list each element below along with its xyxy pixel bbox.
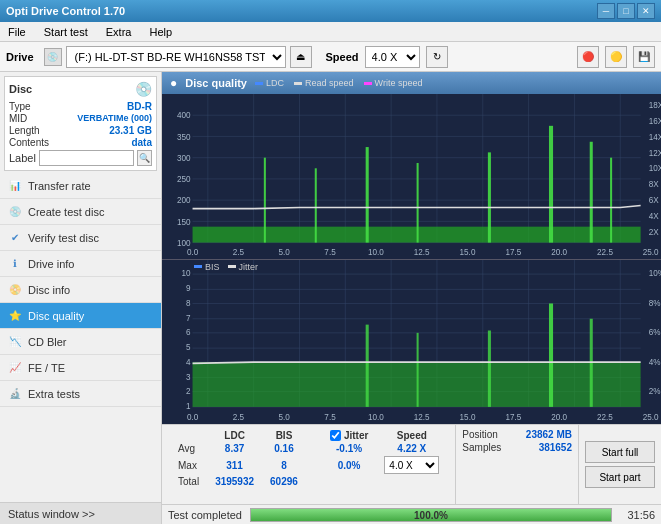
status-window-btn[interactable]: Status window >>: [0, 502, 161, 524]
svg-text:10%: 10%: [649, 267, 661, 278]
svg-text:12.5: 12.5: [414, 411, 430, 422]
eject-btn[interactable]: ⏏: [290, 46, 312, 68]
svg-text:10: 10: [181, 267, 190, 278]
svg-text:2.5: 2.5: [233, 411, 244, 422]
nav-extra-tests[interactable]: 🔬 Extra tests: [0, 381, 161, 407]
fe-te-label: FE / TE: [28, 362, 65, 374]
nav-disc-quality[interactable]: ⭐ Disc quality: [0, 303, 161, 329]
start-part-btn[interactable]: Start part: [585, 466, 655, 488]
toolbar: Drive 💿 (F:) HL-DT-ST BD-RE WH16NS58 TST…: [0, 42, 661, 72]
nav-cd-bler[interactable]: 📉 CD Bler: [0, 329, 161, 355]
svg-rect-35: [264, 158, 266, 243]
svg-text:150: 150: [177, 216, 191, 226]
label-input[interactable]: [39, 150, 134, 166]
disc-section-icon: 💿: [135, 81, 152, 97]
refresh-btn[interactable]: ↻: [426, 46, 448, 68]
svg-text:4X: 4X: [649, 211, 659, 221]
title-controls: ─ □ ✕: [597, 3, 655, 19]
samples-val: 381652: [539, 442, 572, 453]
svg-text:8X: 8X: [649, 179, 659, 189]
svg-rect-93: [417, 332, 419, 406]
mid-value: VERBATIMe (000): [77, 113, 152, 124]
svg-text:14X: 14X: [649, 131, 661, 141]
legend-jitter-color: [228, 265, 236, 268]
menu-help[interactable]: Help: [145, 24, 176, 40]
toolbar-btn1[interactable]: 🔴: [577, 46, 599, 68]
nav-transfer-rate[interactable]: 📊 Transfer rate: [0, 173, 161, 199]
legend-bottom: BIS Jitter: [194, 262, 258, 272]
svg-text:8%: 8%: [649, 297, 661, 308]
legend-ldc-label: LDC: [266, 78, 284, 88]
svg-text:17.5: 17.5: [505, 411, 521, 422]
label-search-btn[interactable]: 🔍: [137, 150, 152, 166]
menu-start-test[interactable]: Start test: [40, 24, 92, 40]
svg-text:10X: 10X: [649, 163, 661, 173]
position-label: Position: [462, 429, 498, 440]
fe-te-icon: 📈: [8, 361, 22, 375]
progress-container: 100.0%: [250, 508, 612, 522]
main-layout: Disc 💿 Type BD-R MID VERBATIMe (000) Len…: [0, 72, 661, 524]
svg-text:350: 350: [177, 131, 191, 141]
menu-extra[interactable]: Extra: [102, 24, 136, 40]
disc-panel: Disc 💿 Type BD-R MID VERBATIMe (000) Len…: [4, 76, 157, 171]
svg-rect-37: [366, 147, 369, 243]
drive-label: Drive: [6, 51, 34, 63]
svg-text:250: 250: [177, 174, 191, 184]
minimize-btn[interactable]: ─: [597, 3, 615, 19]
maximize-btn[interactable]: □: [617, 3, 635, 19]
svg-text:20.0: 20.0: [551, 247, 567, 257]
disc-info-label: Disc info: [28, 284, 70, 296]
nav-fe-te[interactable]: 📈 FE / TE: [0, 355, 161, 381]
svg-text:12X: 12X: [649, 147, 661, 157]
nav-verify-test-disc[interactable]: ✔ Verify test disc: [0, 225, 161, 251]
svg-text:7: 7: [186, 312, 191, 323]
drive-select[interactable]: (F:) HL-DT-ST BD-RE WH16NS58 TST4: [66, 46, 286, 68]
nav-items: 📊 Transfer rate 💿 Create test disc ✔ Ver…: [0, 173, 161, 407]
max-jitter: 0.0%: [322, 455, 376, 475]
verify-test-disc-label: Verify test disc: [28, 232, 99, 244]
svg-text:6: 6: [186, 326, 191, 337]
svg-rect-40: [549, 126, 553, 243]
stats-table: LDC BIS Jitter Speed: [162, 425, 455, 504]
action-buttons: Start full Start part: [578, 425, 661, 504]
avg-jitter: -0.1%: [322, 442, 376, 455]
cd-bler-icon: 📉: [8, 335, 22, 349]
svg-text:0.0: 0.0: [187, 411, 198, 422]
nav-drive-info[interactable]: ℹ Drive info: [0, 251, 161, 277]
legend-top: LDC Read speed Write speed: [255, 78, 422, 88]
extra-tests-label: Extra tests: [28, 388, 80, 400]
toolbar-btn2[interactable]: 🟡: [605, 46, 627, 68]
speed-select[interactable]: 4.0 X 1.0 X 2.0 X 6.0 X 8.0 X: [365, 46, 420, 68]
svg-text:22.5: 22.5: [597, 247, 613, 257]
svg-text:25.0 GB: 25.0 GB: [643, 247, 661, 257]
toolbar-btn3[interactable]: 💾: [633, 46, 655, 68]
chart-title-bar: ● Disc quality LDC Read speed Write spee…: [162, 72, 661, 94]
svg-rect-92: [366, 324, 369, 406]
stats-right: Position 23862 MB Samples 381652: [455, 425, 578, 504]
legend-ldc-color: [255, 82, 263, 85]
nav-create-test-disc[interactable]: 💿 Create test disc: [0, 199, 161, 225]
start-full-btn[interactable]: Start full: [585, 441, 655, 463]
svg-rect-41: [590, 142, 593, 243]
nav-disc-info[interactable]: 📀 Disc info: [0, 277, 161, 303]
svg-text:12.5: 12.5: [414, 247, 430, 257]
menu-file[interactable]: File: [4, 24, 30, 40]
legend-ldc: LDC: [255, 78, 284, 88]
svg-text:4%: 4%: [649, 356, 661, 367]
speed-label: Speed: [326, 51, 359, 63]
close-btn[interactable]: ✕: [637, 3, 655, 19]
progress-label: 100.0%: [251, 509, 611, 522]
transfer-rate-label: Transfer rate: [28, 180, 91, 192]
jitter-checkbox[interactable]: [330, 430, 341, 441]
max-ldc: 311: [207, 455, 262, 475]
disc-info-icon: 📀: [8, 283, 22, 297]
svg-text:400: 400: [177, 110, 191, 120]
svg-text:2: 2: [186, 385, 191, 396]
svg-text:2.5: 2.5: [233, 247, 245, 257]
svg-text:3: 3: [186, 371, 191, 382]
create-test-disc-icon: 💿: [8, 205, 22, 219]
total-label: Total: [170, 475, 207, 488]
speed-dropdown[interactable]: 4.0 X: [384, 456, 439, 474]
total-bis: 60296: [262, 475, 306, 488]
legend-jitter: Jitter: [228, 262, 259, 272]
